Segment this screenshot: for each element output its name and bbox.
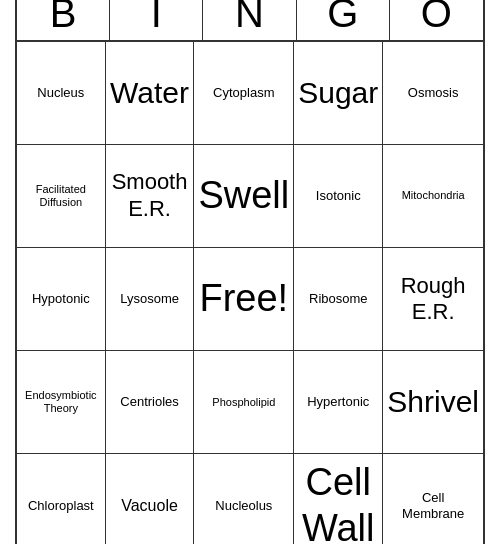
cell-text: RoughE.R.: [401, 273, 466, 326]
bingo-card: BINGO NucleusWaterCytoplasmSugarOsmosisF…: [15, 0, 485, 544]
bingo-cell[interactable]: Nucleolus: [194, 454, 294, 544]
header-letter: G: [297, 0, 390, 40]
bingo-cell[interactable]: Hypotonic: [17, 248, 106, 351]
cell-text: Nucleolus: [215, 498, 272, 514]
cell-text: Isotonic: [316, 188, 361, 204]
cell-text: Phospholipid: [212, 396, 275, 409]
header-letter: O: [390, 0, 483, 40]
cell-text: Hypotonic: [32, 291, 90, 307]
bingo-header: BINGO: [17, 0, 483, 42]
cell-text: FacilitatedDiffusion: [36, 183, 86, 209]
cell-text: CellWall: [302, 460, 374, 544]
cell-text: Cytoplasm: [213, 85, 274, 101]
header-letter: B: [17, 0, 110, 40]
bingo-cell[interactable]: Cytoplasm: [194, 42, 294, 145]
bingo-cell[interactable]: RoughE.R.: [383, 248, 483, 351]
cell-text: Osmosis: [408, 85, 459, 101]
cell-text: Free!: [199, 276, 288, 322]
cell-text: CellMembrane: [402, 490, 464, 521]
bingo-cell[interactable]: Isotonic: [294, 145, 383, 248]
cell-text: Lysosome: [120, 291, 179, 307]
cell-text: Ribosome: [309, 291, 368, 307]
bingo-cell[interactable]: Hypertonic: [294, 351, 383, 454]
bingo-cell[interactable]: Free!: [194, 248, 294, 351]
bingo-cell[interactable]: Vacuole: [106, 454, 195, 544]
bingo-cell[interactable]: Ribosome: [294, 248, 383, 351]
cell-text: Water: [110, 75, 189, 111]
cell-text: Chloroplast: [28, 498, 94, 514]
bingo-cell[interactable]: Phospholipid: [194, 351, 294, 454]
header-letter: N: [203, 0, 296, 40]
bingo-cell[interactable]: Lysosome: [106, 248, 195, 351]
cell-text: Sugar: [298, 75, 378, 111]
bingo-cell[interactable]: Chloroplast: [17, 454, 106, 544]
cell-text: Centrioles: [120, 394, 179, 410]
cell-text: Vacuole: [121, 496, 178, 515]
bingo-cell[interactable]: CellWall: [294, 454, 383, 544]
bingo-cell[interactable]: Osmosis: [383, 42, 483, 145]
cell-text: Hypertonic: [307, 394, 369, 410]
cell-text: Mitochondria: [402, 189, 465, 202]
bingo-cell[interactable]: CellMembrane: [383, 454, 483, 544]
bingo-cell[interactable]: Swell: [194, 145, 294, 248]
bingo-cell[interactable]: EndosymbioticTheory: [17, 351, 106, 454]
bingo-cell[interactable]: SmoothE.R.: [106, 145, 195, 248]
bingo-grid: NucleusWaterCytoplasmSugarOsmosisFacilit…: [17, 42, 483, 544]
header-letter: I: [110, 0, 203, 40]
bingo-cell[interactable]: Water: [106, 42, 195, 145]
cell-text: Nucleus: [37, 85, 84, 101]
bingo-cell[interactable]: Sugar: [294, 42, 383, 145]
cell-text: Shrivel: [387, 384, 479, 420]
bingo-cell[interactable]: Shrivel: [383, 351, 483, 454]
bingo-cell[interactable]: Centrioles: [106, 351, 195, 454]
cell-text: SmoothE.R.: [112, 169, 188, 222]
cell-text: Swell: [198, 173, 289, 219]
cell-text: EndosymbioticTheory: [25, 389, 97, 415]
bingo-cell[interactable]: Nucleus: [17, 42, 106, 145]
bingo-cell[interactable]: Mitochondria: [383, 145, 483, 248]
bingo-cell[interactable]: FacilitatedDiffusion: [17, 145, 106, 248]
